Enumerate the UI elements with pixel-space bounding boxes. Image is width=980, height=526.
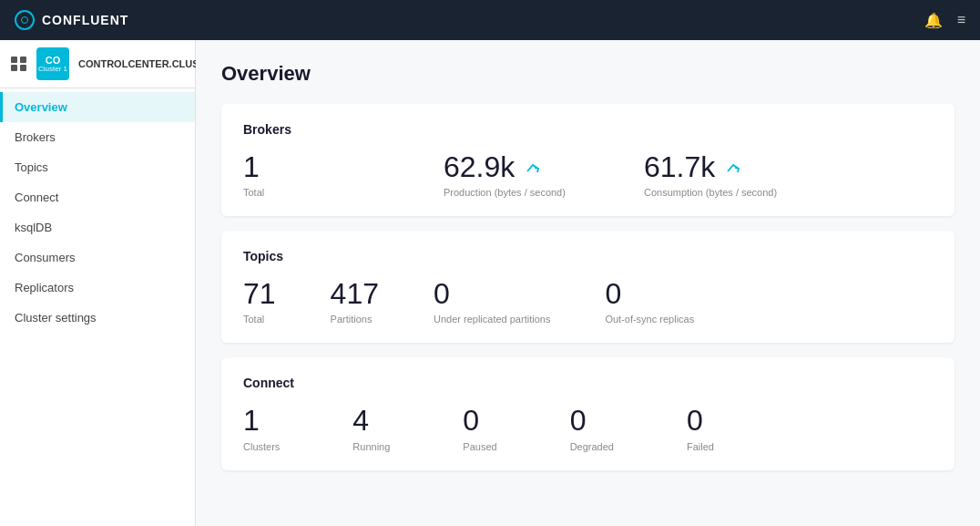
connect-degraded-value: 0 bbox=[570, 405, 614, 437]
topics-partitions-value: 417 bbox=[331, 278, 379, 310]
connect-metric-paused: 0 Paused bbox=[463, 405, 496, 451]
brokers-total-value: 1 bbox=[243, 151, 371, 183]
topics-metric-under-replicated: 0 Under replicated partitions bbox=[434, 278, 550, 325]
apps-grid-icon[interactable] bbox=[11, 57, 27, 71]
brokers-production-value: 62.9k bbox=[444, 151, 571, 183]
sidebar-item-overview[interactable]: Overview bbox=[0, 92, 195, 122]
sidebar-cluster-header: CO Cluster 1 CONTROLCENTER.CLUS... bbox=[0, 40, 195, 88]
content-area: Overview Brokers 1 Total 62.9k bbox=[196, 40, 980, 526]
connect-clusters-value: 1 bbox=[243, 405, 280, 437]
connect-metric-failed: 0 Failed bbox=[687, 405, 714, 451]
topics-card-title: Topics bbox=[243, 249, 933, 263]
connect-paused-label: Paused bbox=[463, 441, 496, 452]
topics-metric-partitions: 417 Partitions bbox=[331, 278, 379, 325]
connect-card: Connect 1 Clusters 4 Running 0 Paused 0 … bbox=[221, 357, 954, 469]
brokers-metrics: 1 Total 62.9k Production (bytes / second… bbox=[243, 151, 933, 198]
topics-partitions-label: Partitions bbox=[331, 314, 379, 325]
brokers-metric-consumption: 61.7k Consumption (bytes / second) bbox=[644, 151, 777, 198]
sidebar-item-connect-label: Connect bbox=[15, 191, 58, 204]
connect-failed-label: Failed bbox=[687, 441, 714, 452]
sidebar-item-replicators-label: Replicators bbox=[15, 281, 74, 294]
sidebar-item-consumers[interactable]: Consumers bbox=[0, 242, 195, 273]
connect-running-value: 4 bbox=[352, 405, 390, 437]
connect-card-title: Connect bbox=[243, 376, 933, 390]
topics-metric-total: 71 Total bbox=[243, 278, 276, 325]
logo: CONFLUENT bbox=[15, 10, 128, 30]
connect-metric-running: 4 Running bbox=[352, 405, 390, 451]
cluster-icon: CO Cluster 1 bbox=[36, 47, 69, 80]
connect-metric-clusters: 1 Clusters bbox=[243, 405, 280, 451]
sidebar-nav: Overview Brokers Topics Connect ksqlDB C… bbox=[0, 88, 195, 336]
sidebar-item-consumers-label: Consumers bbox=[15, 251, 75, 264]
connect-degraded-label: Degraded bbox=[570, 441, 614, 452]
cluster-sublabel: Cluster 1 bbox=[38, 66, 67, 74]
trend-up-icon-consumption bbox=[726, 160, 740, 175]
brokers-production-label: Production (bytes / second) bbox=[444, 187, 571, 198]
sidebar-item-brokers[interactable]: Brokers bbox=[0, 122, 195, 152]
connect-metric-degraded: 0 Degraded bbox=[570, 405, 614, 451]
sidebar-item-replicators[interactable]: Replicators bbox=[0, 273, 195, 303]
topics-out-of-sync-label: Out-of-sync replicas bbox=[605, 314, 694, 325]
brokers-card-title: Brokers bbox=[243, 122, 933, 137]
brokers-card: Brokers 1 Total 62.9k Production (bytes … bbox=[221, 104, 954, 216]
connect-failed-value: 0 bbox=[687, 405, 714, 437]
topics-metric-out-of-sync: 0 Out-of-sync replicas bbox=[605, 278, 694, 325]
sidebar-item-overview-label: Overview bbox=[15, 100, 67, 114]
sidebar-item-topics-label: Topics bbox=[15, 160, 48, 174]
navbar: CONFLUENT 🔔 ≡ bbox=[0, 0, 980, 40]
topics-total-label: Total bbox=[243, 314, 276, 325]
topics-out-of-sync-value: 0 bbox=[605, 278, 694, 310]
logo-inner-circle bbox=[21, 16, 28, 24]
cluster-initials: CO bbox=[46, 55, 61, 66]
sidebar-item-ksqldb-label: ksqlDB bbox=[15, 221, 52, 234]
sidebar-item-ksqldb[interactable]: ksqlDB bbox=[0, 212, 195, 242]
topics-under-replicated-value: 0 bbox=[434, 278, 550, 310]
sidebar-item-topics[interactable]: Topics bbox=[0, 152, 195, 182]
sidebar-item-connect[interactable]: Connect bbox=[0, 182, 195, 212]
cluster-name: CONTROLCENTER.CLUS... bbox=[78, 58, 208, 69]
page-title: Overview bbox=[221, 62, 954, 86]
menu-icon[interactable]: ≡ bbox=[957, 12, 965, 28]
topics-metrics: 71 Total 417 Partitions 0 Under replicat… bbox=[243, 278, 933, 325]
brokers-metric-total: 1 Total bbox=[243, 151, 371, 198]
topics-total-value: 71 bbox=[243, 278, 276, 310]
brokers-metric-production: 62.9k Production (bytes / second) bbox=[444, 151, 571, 198]
sidebar-item-brokers-label: Brokers bbox=[15, 130, 56, 144]
connect-metrics: 1 Clusters 4 Running 0 Paused 0 Degraded… bbox=[243, 405, 933, 451]
navbar-right: 🔔 ≡ bbox=[924, 12, 965, 29]
bell-icon[interactable]: 🔔 bbox=[924, 12, 943, 29]
topics-under-replicated-label: Under replicated partitions bbox=[434, 314, 550, 325]
main-layout: CO Cluster 1 CONTROLCENTER.CLUS... Overv… bbox=[0, 40, 980, 526]
trend-up-icon-production bbox=[526, 160, 540, 175]
sidebar-item-cluster-settings-label: Cluster settings bbox=[15, 311, 97, 325]
sidebar-item-cluster-settings[interactable]: Cluster settings bbox=[0, 303, 195, 333]
logo-icon bbox=[15, 10, 35, 30]
topics-card: Topics 71 Total 417 Partitions 0 Under r… bbox=[221, 231, 954, 343]
connect-clusters-label: Clusters bbox=[243, 441, 280, 452]
brokers-consumption-label: Consumption (bytes / second) bbox=[644, 187, 777, 198]
logo-text: CONFLUENT bbox=[42, 13, 128, 27]
sidebar: CO Cluster 1 CONTROLCENTER.CLUS... Overv… bbox=[0, 40, 196, 526]
connect-paused-value: 0 bbox=[463, 405, 496, 437]
brokers-consumption-value: 61.7k bbox=[644, 151, 777, 183]
brokers-total-label: Total bbox=[243, 187, 371, 198]
connect-running-label: Running bbox=[352, 441, 390, 452]
